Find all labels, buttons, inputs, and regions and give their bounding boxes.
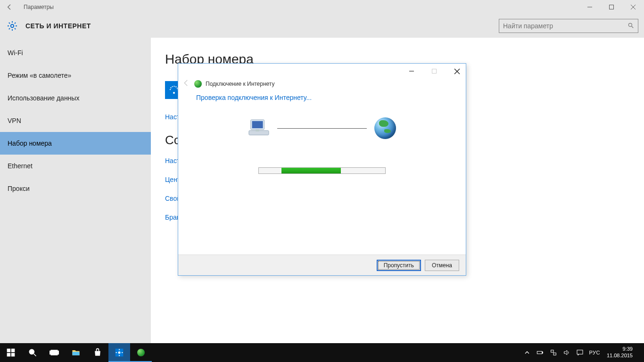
sidebar-item-dialup[interactable]: Набор номера [0, 132, 151, 155]
internet-connection-wizard: Подключение к Интернету Проверка подключ… [178, 63, 466, 276]
window-titlebar: Параметры [0, 0, 644, 14]
search-field[interactable] [499, 19, 638, 33]
search-button[interactable] [22, 343, 43, 362]
svg-point-20 [29, 349, 34, 354]
wizard-back-icon [182, 79, 190, 90]
settings-taskbar-button[interactable] [108, 343, 130, 362]
svg-rect-24 [58, 351, 59, 354]
action-center-icon[interactable] [576, 348, 584, 357]
window-title: Параметры [24, 4, 579, 10]
search-input[interactable] [503, 22, 627, 30]
battery-icon[interactable] [536, 348, 545, 357]
svg-rect-35 [553, 353, 556, 355]
wizard-minimize-button[interactable] [405, 66, 419, 77]
tray-chevron-icon[interactable] [523, 348, 531, 357]
wizard-globe-icon [194, 80, 202, 88]
svg-rect-32 [537, 351, 543, 354]
system-tray: РУС 9:39 11.08.2015 [523, 343, 644, 362]
sidebar-item-airplane[interactable]: Режим «в самолете» [0, 64, 151, 87]
start-button[interactable] [0, 343, 22, 362]
connection-line-icon [277, 128, 367, 129]
svg-line-21 [34, 354, 36, 356]
svg-rect-9 [432, 69, 437, 74]
svg-rect-15 [256, 130, 259, 132]
clock[interactable]: 9:39 11.08.2015 [605, 346, 635, 359]
clock-time: 9:39 [607, 346, 633, 353]
progress-bar [258, 167, 386, 174]
close-button[interactable] [622, 0, 644, 14]
volume-icon[interactable] [562, 348, 571, 357]
wizard-close-button[interactable] [450, 66, 464, 77]
minimize-button[interactable] [579, 0, 601, 14]
sidebar-item-vpn[interactable]: VPN [0, 109, 151, 132]
language-indicator[interactable]: РУС [589, 350, 600, 355]
svg-rect-19 [11, 353, 15, 357]
sidebar-item-proxy[interactable]: Прокси [0, 177, 151, 200]
svg-point-4 [11, 25, 14, 27]
computer-icon [248, 119, 270, 138]
svg-point-7 [173, 92, 175, 94]
svg-rect-13 [252, 121, 263, 128]
sidebar: Wi-Fi Режим «в самолете» Использование д… [0, 38, 151, 343]
svg-line-6 [632, 26, 634, 28]
page-title: СЕТЬ И ИНТЕРНЕТ [25, 22, 499, 30]
header: СЕТЬ И ИНТЕРНЕТ [0, 14, 644, 38]
clock-date: 11.08.2015 [607, 353, 633, 359]
svg-point-5 [628, 23, 632, 26]
svg-rect-18 [7, 353, 11, 357]
wizard-taskbar-button[interactable] [130, 343, 152, 362]
cancel-button[interactable]: Отмена [425, 260, 459, 271]
svg-rect-34 [551, 350, 553, 353]
wizard-heading: Проверка подключения к Интернету... [196, 94, 448, 101]
taskbar: РУС 9:39 11.08.2015 [0, 343, 644, 362]
sidebar-item-datausage[interactable]: Использование данных [0, 87, 151, 109]
svg-rect-1 [610, 5, 614, 9]
svg-point-27 [118, 352, 121, 354]
wizard-nav: Подключение к Интернету [178, 79, 466, 89]
sidebar-item-wifi[interactable]: Wi-Fi [0, 41, 151, 64]
skip-button[interactable]: Пропустить [377, 260, 421, 271]
wizard-footer: Пропустить Отмена [178, 255, 466, 275]
network-icon[interactable] [549, 348, 558, 357]
connection-diagram [196, 117, 448, 139]
taskview-button[interactable] [43, 343, 65, 362]
search-icon [627, 22, 634, 30]
internet-globe-icon [374, 117, 396, 139]
settings-gear-icon [6, 19, 19, 33]
svg-rect-23 [50, 351, 51, 354]
svg-rect-17 [11, 349, 15, 353]
svg-rect-16 [7, 349, 11, 353]
maximize-button[interactable] [601, 0, 622, 14]
svg-rect-22 [51, 350, 57, 355]
back-button[interactable] [0, 3, 19, 11]
svg-rect-33 [542, 352, 543, 354]
store-taskbar-button[interactable] [87, 343, 108, 362]
wizard-titlebar [178, 64, 466, 79]
svg-rect-36 [577, 350, 583, 354]
svg-rect-25 [73, 352, 80, 355]
explorer-taskbar-button[interactable] [65, 343, 87, 362]
wizard-maximize-button [427, 66, 441, 77]
sidebar-item-ethernet[interactable]: Ethernet [0, 155, 151, 177]
wizard-title: Подключение к Интернету [206, 81, 275, 87]
